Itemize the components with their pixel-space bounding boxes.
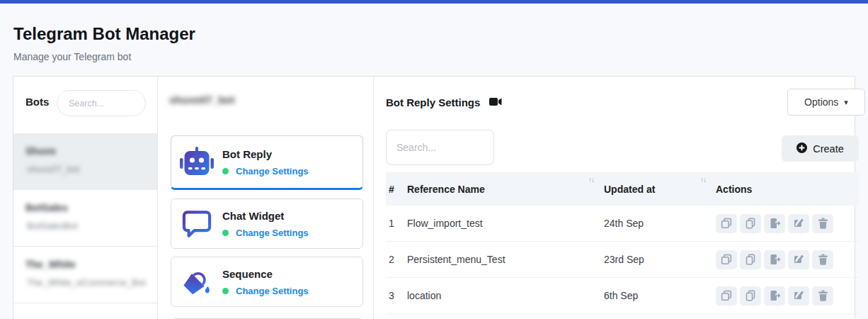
page-subtitle: Manage your Telegram bot bbox=[13, 51, 131, 62]
tool-status: Change Settings bbox=[222, 166, 309, 177]
video-camera-icon bbox=[489, 96, 502, 108]
tool-title: Sequence bbox=[222, 268, 309, 280]
tool-title: Bot Reply bbox=[222, 148, 309, 160]
bot-name: The_White bbox=[25, 259, 76, 270]
bot-reply-table: # Reference Name ↑↓ Updated at ↑↓ Action… bbox=[386, 172, 859, 314]
table-row: 1 Flow_import_test 24th Sep bbox=[386, 206, 859, 242]
row-actions bbox=[713, 214, 859, 233]
create-button[interactable]: Create bbox=[782, 135, 859, 162]
top-accent-bar bbox=[0, 0, 868, 4]
chevron-down-icon: ▾ bbox=[844, 98, 848, 107]
bot-name: Shuvo bbox=[25, 145, 56, 157]
tool-card-text: Chat Widget Change Settings bbox=[222, 210, 309, 238]
clone-button[interactable] bbox=[716, 250, 737, 269]
edit-button[interactable] bbox=[788, 286, 809, 306]
bot-list-item[interactable]: The_White The_White_eCommerce_Bot bbox=[13, 247, 157, 303]
paint-bucket-icon bbox=[178, 266, 215, 298]
create-label: Create bbox=[813, 143, 844, 155]
reference-name-cell: Persistent_menu_Test bbox=[404, 242, 601, 277]
settings-search-input[interactable] bbox=[386, 130, 494, 165]
bots-sidebar: Bots Shuvo shuvo07_bot BotSales BotSales… bbox=[13, 77, 158, 319]
bot-name: BotSales bbox=[25, 202, 68, 213]
bots-search-input[interactable] bbox=[57, 90, 146, 116]
updated-at-cell: 6th Sep bbox=[601, 278, 713, 313]
clone-button[interactable] bbox=[716, 286, 737, 306]
status-dot-icon bbox=[222, 288, 229, 294]
status-dot-icon bbox=[222, 168, 229, 174]
row-actions bbox=[713, 286, 859, 306]
row-number: 1 bbox=[386, 206, 404, 241]
export-button[interactable] bbox=[764, 286, 785, 306]
settings-panel: Bot Reply Settings Options ▾ Create bbox=[374, 77, 856, 319]
reference-name-cell: location bbox=[404, 278, 601, 313]
clone-button[interactable] bbox=[716, 214, 737, 233]
column-header-num: # bbox=[386, 172, 404, 206]
table-header-row: # Reference Name ↑↓ Updated at ↑↓ Action… bbox=[386, 172, 859, 206]
tool-card-text: Bot Reply Change Settings bbox=[222, 148, 309, 177]
column-header-actions: Actions bbox=[713, 172, 859, 206]
column-header-updated-at[interactable]: Updated at ↑↓ bbox=[601, 172, 713, 206]
row-actions bbox=[713, 250, 859, 269]
copy-button[interactable] bbox=[740, 250, 761, 269]
selected-bot-name: shuvo07_bot bbox=[169, 94, 235, 106]
bots-header: Bots bbox=[13, 77, 157, 133]
settings-title-text: Bot Reply Settings bbox=[386, 96, 480, 108]
bot-list-item[interactable] bbox=[13, 303, 157, 319]
table-row: 3 location 6th Sep bbox=[386, 278, 859, 314]
page-title: Telegram Bot Manager bbox=[13, 24, 195, 44]
tool-card-sequence[interactable]: Sequence Change Settings bbox=[171, 257, 363, 307]
chat-bubble-icon bbox=[178, 208, 215, 240]
options-label: Options bbox=[804, 96, 838, 108]
delete-button[interactable] bbox=[812, 286, 833, 306]
edit-button[interactable] bbox=[788, 214, 809, 233]
sort-icon[interactable]: ↑↓ bbox=[700, 176, 706, 184]
change-settings-link[interactable]: Change Settings bbox=[236, 228, 309, 238]
tool-card-bot-reply[interactable]: Bot Reply Change Settings bbox=[171, 135, 363, 190]
export-button[interactable] bbox=[764, 250, 785, 269]
robot-icon bbox=[178, 146, 215, 179]
change-settings-link[interactable]: Change Settings bbox=[236, 286, 309, 296]
tool-card-text: Sequence Change Settings bbox=[222, 268, 309, 296]
tool-status: Change Settings bbox=[222, 286, 309, 296]
delete-button[interactable] bbox=[812, 250, 833, 269]
bot-list-item[interactable]: BotSales BotSalesBot bbox=[13, 190, 157, 247]
copy-button[interactable] bbox=[740, 214, 761, 233]
copy-button[interactable] bbox=[740, 286, 761, 306]
settings-panel-title: Bot Reply Settings bbox=[386, 96, 502, 108]
bot-username: The_White_eCommerce_Bot bbox=[27, 277, 146, 288]
updated-at-cell: 23rd Sep bbox=[601, 242, 713, 277]
export-button[interactable] bbox=[764, 214, 785, 233]
tool-status: Change Settings bbox=[222, 228, 309, 238]
bot-list-item[interactable]: Shuvo shuvo07_bot bbox=[13, 133, 157, 190]
change-settings-link[interactable]: Change Settings bbox=[236, 166, 309, 177]
row-number: 2 bbox=[386, 242, 404, 277]
options-button[interactable]: Options ▾ bbox=[787, 89, 865, 116]
tool-title: Chat Widget bbox=[222, 210, 309, 222]
reference-name-cell: Flow_import_test bbox=[404, 206, 601, 241]
plus-circle-icon bbox=[796, 142, 807, 155]
status-dot-icon bbox=[222, 230, 229, 236]
delete-button[interactable] bbox=[812, 214, 833, 233]
tool-card-chat-widget[interactable]: Chat Widget Change Settings bbox=[171, 198, 363, 249]
bots-title: Bots bbox=[25, 96, 49, 108]
bot-username: shuvo07_bot bbox=[27, 164, 79, 174]
updated-at-cell: 24th Sep bbox=[601, 206, 713, 241]
main-content: Bots Shuvo shuvo07_bot BotSales BotSales… bbox=[13, 76, 855, 319]
table-row: 2 Persistent_menu_Test 23rd Sep bbox=[386, 242, 859, 278]
bot-username: BotSalesBot bbox=[27, 220, 78, 231]
row-number: 3 bbox=[386, 278, 404, 313]
sort-icon[interactable]: ↑↓ bbox=[588, 176, 594, 184]
edit-button[interactable] bbox=[788, 250, 809, 269]
tools-column: shuvo07_bot Bot Reply bbox=[158, 77, 374, 319]
column-header-reference-name[interactable]: Reference Name ↑↓ bbox=[404, 172, 601, 206]
